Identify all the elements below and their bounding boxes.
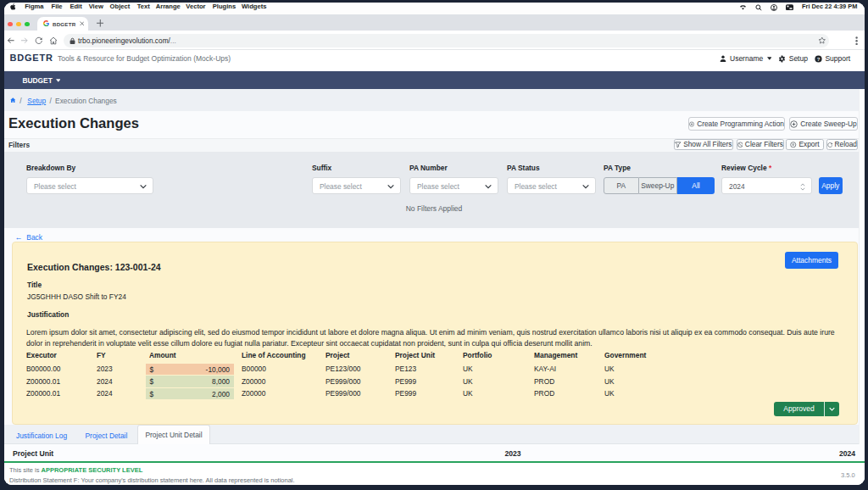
svg-text:?: ? <box>817 56 821 61</box>
